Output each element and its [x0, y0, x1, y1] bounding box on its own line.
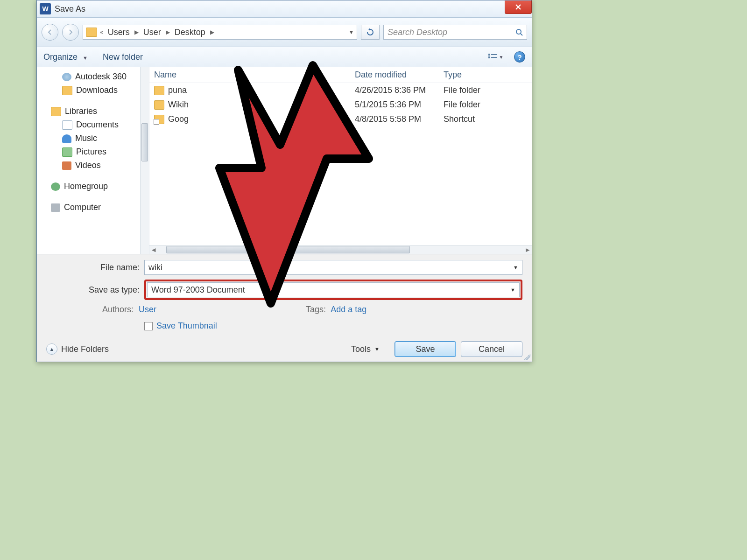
file-type: File folder [444, 100, 527, 110]
resize-grip[interactable] [524, 354, 530, 360]
scroll-right-icon[interactable]: ▶ [523, 245, 532, 254]
nav-back-button[interactable] [42, 24, 58, 41]
sidebar-item[interactable]: Pictures [37, 145, 149, 159]
file-name: puna [168, 85, 187, 95]
save-as-dialog: W Save As « Users ▶ User ▶ Desktop ▶ ▼ S… [36, 0, 532, 362]
comp-icon [51, 203, 60, 212]
chevron-up-icon: ▲ [46, 343, 57, 355]
titlebar: W Save As [37, 0, 532, 18]
breadcrumb-prefix: « [99, 29, 104, 35]
tags-field[interactable]: Tags: Add a tag [306, 305, 366, 315]
sidebar-item[interactable]: Videos [37, 159, 149, 172]
authors-field[interactable]: Authors: User [102, 305, 156, 315]
scrollbar-thumb[interactable] [141, 123, 148, 161]
chevron-down-icon[interactable]: ▼ [513, 265, 518, 270]
close-icon [515, 4, 521, 10]
sidebar-item-label: Pictures [76, 147, 106, 157]
save-button[interactable]: Save [395, 341, 456, 357]
horizontal-scrollbar[interactable]: ◀ ▶ [149, 245, 532, 254]
cloud-icon [62, 73, 71, 81]
sidebar-item[interactable]: Downloads [37, 84, 149, 97]
close-button[interactable] [505, 0, 532, 14]
view-list-icon [488, 53, 498, 61]
column-date[interactable]: Date modified [355, 70, 444, 80]
navbar: « Users ▶ User ▶ Desktop ▶ ▼ Search Desk… [37, 18, 532, 47]
column-type[interactable]: Type [444, 70, 527, 80]
save-thumbnail-checkbox[interactable] [144, 322, 153, 330]
chevron-right-icon: ▶ [134, 29, 140, 35]
breadcrumb[interactable]: « Users ▶ User ▶ Desktop ▶ ▼ [83, 25, 357, 40]
chevron-down-icon: ▼ [83, 55, 88, 61]
svg-rect-1 [488, 54, 490, 56]
scroll-left-icon[interactable]: ◀ [149, 245, 158, 254]
chevron-right-icon: ▶ [165, 29, 171, 35]
search-icon [515, 28, 523, 36]
music-icon [62, 134, 71, 143]
sidebar-item-label: Homegroup [64, 182, 108, 191]
home-icon [51, 182, 60, 191]
sidebar-item-label: Libraries [65, 106, 97, 116]
folder-icon [154, 100, 164, 110]
folder-icon [154, 86, 164, 95]
filename-input[interactable]: wiki ▼ [144, 260, 522, 275]
cancel-button[interactable]: Cancel [461, 341, 522, 357]
doc-icon [62, 120, 72, 130]
dialog-footer: ▲ Hide Folders Tools ▼ Save Cancel [46, 339, 522, 357]
column-name[interactable]: Name [154, 70, 355, 80]
help-button[interactable]: ? [514, 51, 525, 63]
chevron-down-icon: ▼ [374, 346, 380, 352]
scrollbar-thumb[interactable] [166, 246, 410, 253]
sidebar-item-label: Videos [75, 161, 101, 170]
arrow-left-icon [47, 29, 53, 35]
sidebar-item[interactable]: Autodesk 360 [37, 70, 149, 84]
column-headers: Name Date modified Type [149, 67, 532, 83]
file-name: Goog [168, 114, 189, 124]
file-date: 4/8/2015 5:58 PM [355, 114, 444, 124]
sidebar-item[interactable]: Computer [37, 201, 149, 214]
tools-button[interactable]: Tools ▼ [351, 344, 380, 354]
pic-icon [62, 147, 72, 157]
chevron-right-icon: ▶ [209, 29, 215, 35]
vid-icon [62, 161, 71, 170]
breadcrumb-item[interactable]: Users [106, 28, 132, 37]
sidebar: Autodesk 360DownloadsLibrariesDocumentsM… [37, 67, 149, 254]
hide-folders-button[interactable]: ▲ Hide Folders [46, 343, 109, 355]
sidebar-item[interactable]: Libraries [37, 105, 149, 118]
file-type: File folder [444, 85, 527, 95]
sidebar-item-label: Music [75, 133, 97, 143]
refresh-button[interactable] [361, 25, 380, 40]
sidebar-item[interactable]: Homegroup [37, 180, 149, 193]
organize-button[interactable]: Organize ▼ [43, 52, 88, 62]
shortcut-icon [154, 115, 164, 124]
refresh-icon [366, 28, 374, 36]
save-type-label: Save as type: [46, 285, 144, 295]
breadcrumb-dropdown-icon[interactable]: ▼ [349, 29, 354, 35]
search-placeholder: Search Desktop [388, 28, 447, 37]
save-type-select[interactable]: Word 97-2003 Document ▼ [147, 282, 520, 297]
dl-icon [62, 86, 72, 95]
file-list: Name Date modified Type puna4/26/2015 8:… [149, 67, 532, 254]
nav-forward-button[interactable] [62, 24, 79, 41]
svg-rect-2 [491, 54, 497, 55]
sidebar-scrollbar[interactable] [140, 67, 149, 254]
filename-label: File name: [46, 263, 144, 273]
file-row[interactable]: Goog4/8/2015 5:58 PMShortcut [149, 112, 532, 126]
search-input[interactable]: Search Desktop [383, 25, 527, 40]
file-row[interactable]: Wikih5/1/2015 5:36 PMFile folder [149, 98, 532, 112]
file-row[interactable]: puna4/26/2015 8:36 PMFile folder [149, 83, 532, 98]
lib-icon [51, 107, 61, 116]
sidebar-item[interactable]: Documents [37, 118, 149, 132]
sidebar-item[interactable]: Music [37, 132, 149, 145]
save-thumbnail-label: Save Thumbnail [156, 321, 217, 331]
breadcrumb-item[interactable]: User [141, 28, 163, 37]
breadcrumb-item[interactable]: Desktop [173, 28, 207, 37]
view-mode-button[interactable]: ▼ [487, 51, 505, 63]
file-browser: Autodesk 360DownloadsLibrariesDocumentsM… [37, 67, 532, 254]
chevron-down-icon: ▼ [499, 55, 504, 60]
chevron-down-icon[interactable]: ▼ [510, 287, 515, 293]
arrow-right-icon [67, 29, 74, 35]
svg-point-0 [516, 29, 521, 34]
file-type: Shortcut [444, 114, 527, 124]
toolbar: Organize ▼ New folder ▼ ? [37, 47, 532, 67]
new-folder-button[interactable]: New folder [103, 52, 143, 62]
